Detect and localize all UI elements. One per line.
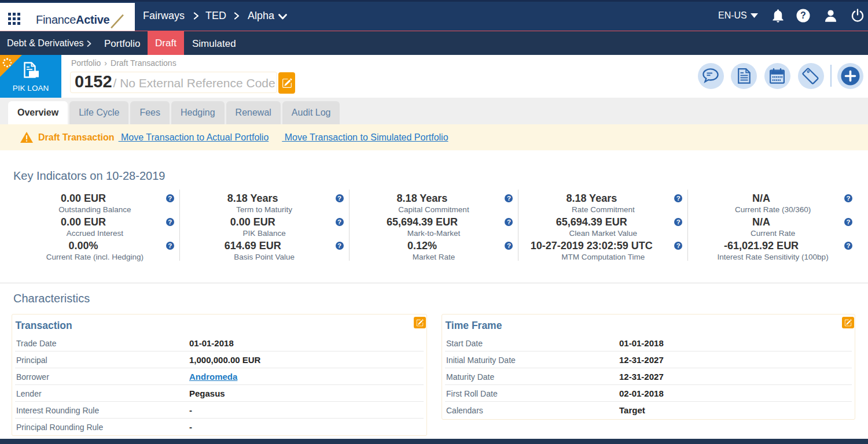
svg-text:?: ? [800, 10, 806, 20]
